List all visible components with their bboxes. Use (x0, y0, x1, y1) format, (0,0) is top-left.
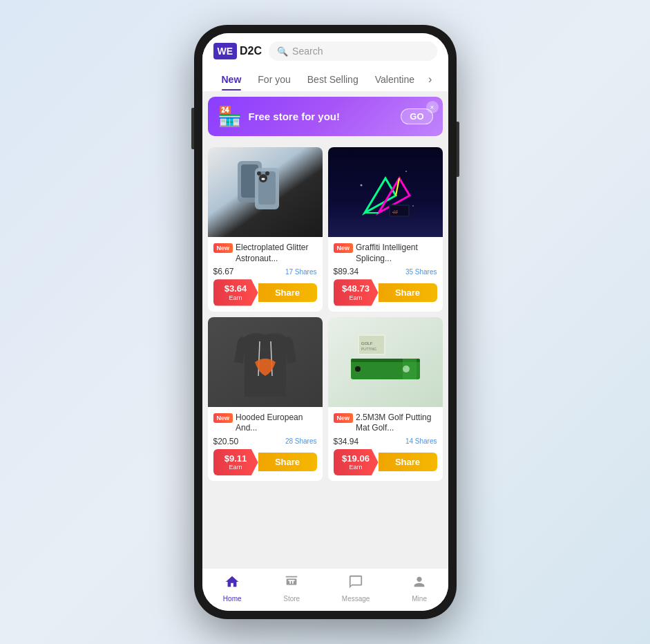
earn-amount-4: $19.06 (339, 453, 373, 464)
earn-button-3[interactable]: $9.11 Earn (213, 449, 258, 475)
product-title-2: Graffiti Intelligent Splicing... (356, 243, 437, 264)
svg-point-15 (412, 205, 414, 207)
phone-screen: WE D2C 🔍 Search New For you Best Selling (202, 33, 448, 611)
product-image-3 (208, 317, 323, 407)
product-image-2: 🏎 (328, 147, 443, 237)
product-title-4: 2.5M3M Golf Putting Mat Golf... (356, 413, 437, 434)
svg-text:PUTTING: PUTTING (361, 347, 376, 351)
logo: WE D2C (213, 43, 262, 59)
product-info-4: New 2.5M3M Golf Putting Mat Golf... $34.… (328, 407, 443, 482)
content-area: 🏪 Free store for you! GO × (202, 91, 448, 568)
earn-share-row-2: $48.73 Earn Share (334, 279, 437, 305)
product-meta-4: $34.94 14 Shares (334, 437, 437, 446)
bottom-navigation: Home Store Message Mine (202, 568, 448, 611)
search-placeholder: Search (292, 46, 323, 57)
nav-store[interactable]: Store (283, 574, 300, 603)
phone-frame: WE D2C 🔍 Search New For you Best Selling (194, 25, 457, 619)
svg-point-13 (360, 184, 362, 187)
svg-point-14 (405, 171, 407, 172)
earn-amount-3: $9.11 (219, 453, 253, 464)
svg-point-8 (262, 178, 265, 180)
nav-store-label: Store (283, 595, 300, 603)
tab-more[interactable]: › (423, 68, 437, 91)
product-title-row-1: New Electroplated Glitter Astronaut... (213, 243, 317, 264)
product-image-1 (208, 147, 323, 237)
earn-amount-1: $3.64 (219, 283, 253, 294)
product-meta-3: $20.50 28 Shares (213, 437, 317, 446)
earn-button-2[interactable]: $48.73 Earn (334, 279, 379, 305)
product-card-1[interactable]: New Electroplated Glitter Astronaut... $… (208, 147, 323, 312)
product-image-4: GOLF PUTTING (328, 317, 443, 407)
logo-we: WE (213, 43, 238, 59)
nav-message[interactable]: Message (342, 574, 370, 603)
svg-text:GOLF: GOLF (361, 341, 373, 345)
product-title-1: Electroplated Glitter Astronaut... (236, 243, 316, 264)
earn-label-4: Earn (339, 464, 373, 471)
product-title-row-2: New Graffiti Intelligent Splicing... (334, 243, 437, 264)
new-badge-1: New (213, 243, 233, 253)
product-shares-1: 17 Shares (285, 268, 317, 276)
earn-amount-2: $48.73 (339, 283, 373, 294)
product-price-4: $34.94 (334, 437, 359, 446)
product-price-1: $6.67 (213, 267, 234, 276)
product-meta-1: $6.67 17 Shares (213, 267, 317, 276)
tab-new[interactable]: New (213, 68, 250, 91)
tab-valentine[interactable]: Valentine (367, 68, 423, 91)
promo-banner[interactable]: 🏪 Free store for you! GO × (208, 97, 443, 136)
nav-message-label: Message (342, 595, 370, 603)
new-badge-4: New (334, 413, 354, 423)
product-info-2: New Graffiti Intelligent Splicing... $89… (328, 237, 443, 312)
svg-point-26 (355, 366, 361, 372)
product-grid: New Electroplated Glitter Astronaut... $… (202, 142, 448, 486)
product-card-2[interactable]: 🏎 New Graffiti Intelligent Splicing... $… (328, 147, 443, 312)
product-title-row-4: New 2.5M3M Golf Putting Mat Golf... (334, 413, 437, 434)
search-bar[interactable]: 🔍 Search (269, 41, 437, 61)
new-badge-2: New (334, 243, 354, 253)
product-price-2: $89.34 (334, 267, 359, 276)
header: WE D2C 🔍 Search New For you Best Selling (202, 33, 448, 91)
share-button-4[interactable]: Share (379, 453, 437, 471)
tab-for-you[interactable]: For you (249, 68, 298, 91)
logo-d2c: D2C (240, 45, 262, 57)
earn-button-1[interactable]: $3.64 Earn (213, 279, 258, 305)
product-card-4[interactable]: GOLF PUTTING New 2.5M3M Golf Putting Mat… (328, 317, 443, 482)
product-price-3: $20.50 (213, 437, 239, 446)
home-icon (224, 574, 240, 594)
tab-best-selling[interactable]: Best Selling (299, 68, 367, 91)
earn-label-2: Earn (339, 294, 373, 302)
nav-mine-label: Mine (412, 595, 427, 603)
banner-store-icon: 🏪 (218, 105, 242, 128)
nav-home-label: Home (223, 595, 242, 603)
mine-icon (412, 574, 427, 594)
nav-home[interactable]: Home (223, 574, 242, 603)
product-info-3: New Hooded European And... $20.50 28 Sha… (208, 407, 323, 482)
new-badge-3: New (213, 413, 233, 423)
nav-mine[interactable]: Mine (412, 574, 427, 603)
earn-share-row-1: $3.64 Earn Share (213, 279, 317, 305)
search-icon: 🔍 (277, 46, 288, 57)
earn-share-row-3: $9.11 Earn Share (213, 449, 317, 475)
share-button-1[interactable]: Share (258, 283, 317, 302)
svg-point-6 (265, 171, 269, 176)
product-shares-2: 35 Shares (405, 268, 437, 276)
share-button-2[interactable]: Share (379, 283, 437, 302)
product-info-1: New Electroplated Glitter Astronaut... $… (208, 237, 323, 312)
store-icon (284, 574, 299, 594)
svg-marker-29 (403, 359, 417, 379)
product-title-row-3: New Hooded European And... (213, 413, 317, 434)
header-top: WE D2C 🔍 Search (213, 41, 437, 61)
product-shares-3: 28 Shares (285, 437, 317, 445)
banner-close-button[interactable]: × (426, 101, 439, 113)
product-card-3[interactable]: New Hooded European And... $20.50 28 Sha… (208, 317, 323, 482)
product-shares-4: 14 Shares (405, 437, 437, 445)
earn-button-4[interactable]: $19.06 Earn (334, 449, 379, 475)
earn-share-row-4: $19.06 Earn Share (334, 449, 437, 475)
message-icon (348, 574, 363, 594)
product-meta-2: $89.34 35 Shares (334, 267, 437, 276)
svg-point-5 (257, 171, 261, 176)
share-button-3[interactable]: Share (258, 453, 317, 471)
svg-text:🏎: 🏎 (392, 209, 398, 215)
earn-label-1: Earn (219, 294, 253, 302)
product-title-3: Hooded European And... (236, 413, 316, 434)
banner-text: Free store for you! (249, 111, 401, 122)
